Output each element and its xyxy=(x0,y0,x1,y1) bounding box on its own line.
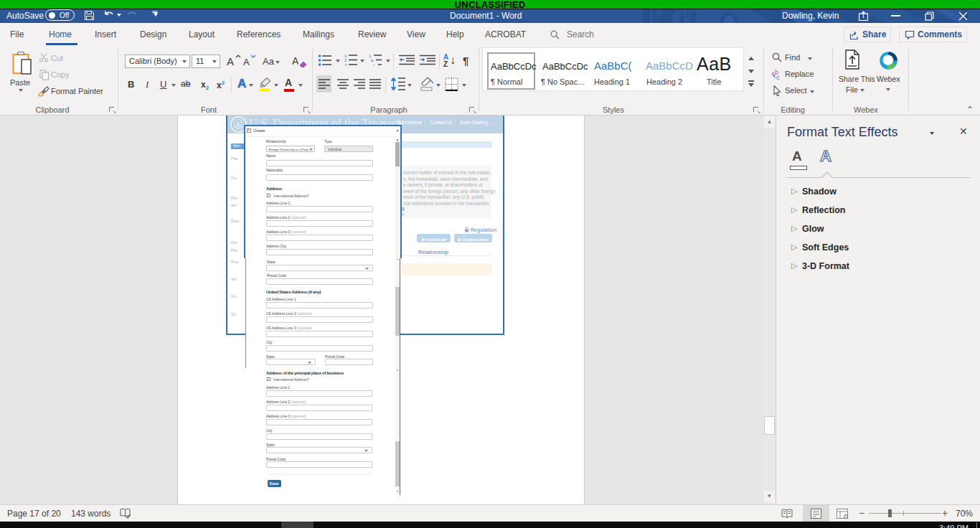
svg-text:a: a xyxy=(371,58,374,62)
svg-text:1: 1 xyxy=(369,54,372,58)
svg-text:i: i xyxy=(373,63,374,67)
svg-text:3: 3 xyxy=(344,63,347,67)
svg-text:1: 1 xyxy=(344,54,347,58)
svg-text:2: 2 xyxy=(344,58,347,62)
svg-text:c: c xyxy=(776,74,780,80)
